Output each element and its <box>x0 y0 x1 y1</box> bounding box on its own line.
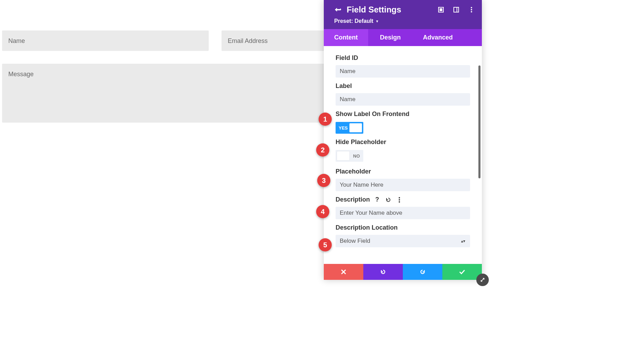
description-input[interactable]: Enter Your Name above <box>336 207 470 219</box>
help-icon[interactable]: ? <box>374 197 380 203</box>
preset-selector[interactable]: Preset: Default ▼ <box>324 16 482 29</box>
callout-2: 2 <box>316 143 329 157</box>
expand-modal-icon[interactable] <box>437 6 444 13</box>
callout-4: 4 <box>316 205 329 218</box>
cancel-button[interactable] <box>324 264 363 280</box>
svg-point-8 <box>399 199 400 201</box>
show-label-toggle[interactable]: YES <box>336 122 363 134</box>
svg-rect-1 <box>440 9 442 11</box>
label-input[interactable]: Name <box>336 93 470 106</box>
label-label: Label <box>336 82 470 90</box>
panel-footer <box>324 264 482 280</box>
tab-design[interactable]: Design <box>370 29 411 46</box>
snap-panel-icon[interactable] <box>453 6 460 13</box>
hide-placeholder-toggle[interactable]: NO <box>336 150 363 162</box>
confirm-button[interactable] <box>442 264 482 280</box>
show-label-label: Show Label On Frontend <box>336 110 470 118</box>
svg-point-6 <box>471 11 472 12</box>
callout-1: 1 <box>319 113 332 126</box>
field-settings-panel: Field Settings Preset: Default ▼ Content… <box>324 0 482 280</box>
desc-location-select[interactable]: Below Field ▴▾ <box>336 235 470 247</box>
toggle-yes-text: YES <box>339 125 348 131</box>
placeholder-input[interactable]: Your Name Here <box>336 179 470 191</box>
panel-title: Field Settings <box>347 5 437 15</box>
panel-tabs: Content Design Advanced <box>324 29 482 46</box>
select-caret-icon: ▴▾ <box>461 239 465 243</box>
svg-point-4 <box>471 7 472 8</box>
callout-5: 5 <box>319 238 332 251</box>
svg-point-9 <box>399 201 400 203</box>
tab-content[interactable]: Content <box>324 29 368 46</box>
svg-line-12 <box>481 278 484 282</box>
hide-placeholder-label: Hide Placeholder <box>336 139 470 146</box>
expand-handle[interactable] <box>476 274 489 286</box>
name-input[interactable]: Name <box>2 30 209 51</box>
description-label-text: Description <box>336 196 370 203</box>
description-label: Description ? <box>336 196 470 203</box>
toggle-no-text: NO <box>353 153 360 159</box>
callout-3: 3 <box>317 174 330 187</box>
svg-point-5 <box>471 9 472 10</box>
desc-location-value: Below Field <box>340 238 370 245</box>
scrollbar[interactable] <box>478 65 480 178</box>
svg-point-7 <box>399 197 400 198</box>
toggle-knob <box>349 123 362 132</box>
reset-icon[interactable] <box>385 197 391 203</box>
undo-button[interactable] <box>363 264 403 280</box>
field-id-label: Field ID <box>336 54 470 62</box>
svg-rect-2 <box>454 7 459 12</box>
desc-location-label: Description Location <box>336 224 470 231</box>
field-id-input[interactable]: Name <box>336 65 470 78</box>
toggle-knob <box>337 151 349 160</box>
panel-body: Field ID Name Label Name Show Label On F… <box>324 46 482 264</box>
more-icon[interactable] <box>468 6 475 13</box>
caret-down-icon: ▼ <box>375 19 379 23</box>
redo-button[interactable] <box>403 264 442 280</box>
more-options-icon[interactable] <box>396 197 402 203</box>
placeholder-label: Placeholder <box>336 168 470 175</box>
preset-label: Preset: Default <box>334 18 373 24</box>
panel-header: Field Settings Preset: Default ▼ Content… <box>324 0 482 46</box>
back-icon[interactable] <box>333 6 342 13</box>
tab-advanced[interactable]: Advanced <box>413 29 463 46</box>
